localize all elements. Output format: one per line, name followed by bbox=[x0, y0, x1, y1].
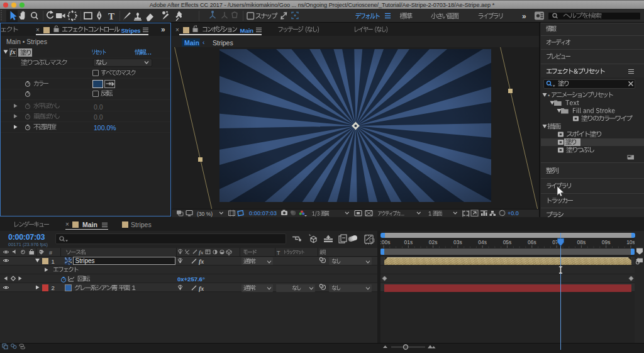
svg-text:*: * bbox=[548, 93, 550, 99]
